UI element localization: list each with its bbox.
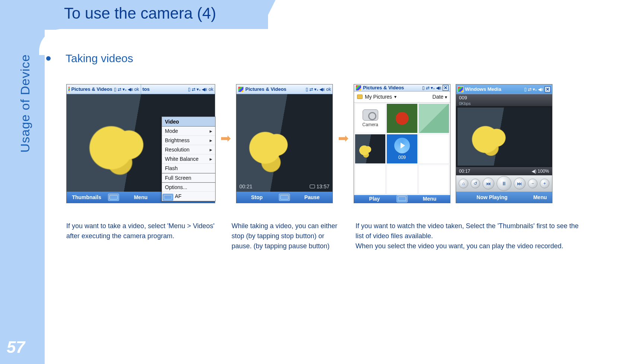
antenna-icon: ▾ₓ (533, 87, 537, 92)
menu-item-options[interactable]: Options... (162, 182, 215, 192)
menu-item-mode[interactable]: Mode▸ (162, 127, 215, 136)
thumb-empty (418, 134, 449, 164)
speaker-icon: ◀ᴇ (128, 87, 133, 92)
chevron-down-icon: ▾ (445, 95, 447, 100)
speaker-icon: ◀ᴇ (436, 85, 442, 90)
thumb-empty (355, 165, 386, 194)
caption-3b: When you select the video you want, you … (356, 242, 563, 250)
ok-button[interactable]: ok (208, 87, 213, 92)
menu-item-flash[interactable]: Flash (162, 164, 215, 173)
device-media-player: Windows Media ▯ ⇄ ▾ₓ ◀ᴇ ✕ 009 0Kbps 00:1… (456, 84, 552, 203)
softkey-menu[interactable]: Menu (528, 194, 552, 200)
softkey-thumbnails[interactable]: Thumbnails (67, 194, 106, 200)
status-bar: Pictures & Videos ▯ ⇄ ▾ₓ ◀ᴇ ok (236, 84, 332, 94)
menu-item-full-screen[interactable]: Full Screen (162, 173, 215, 182)
sip-icon[interactable] (396, 195, 408, 202)
softkey-play[interactable]: Play (354, 196, 395, 202)
app-title: Pictures & Videos (245, 86, 286, 92)
caption-2: While taking a video, you can either sto… (232, 221, 343, 251)
thumb-image[interactable] (355, 134, 386, 164)
conn-icon: ⇄ (309, 87, 313, 92)
arrow-right-icon: ➡ (338, 131, 348, 146)
bitrate: 0Kbps (459, 101, 549, 106)
speaker-icon: ◀ᴇ (319, 87, 325, 92)
signal-icon: ▯ (306, 87, 308, 92)
vol-down-button[interactable]: − (528, 179, 538, 188)
media-play-icon (394, 138, 410, 153)
dual-status-bar: Pictures & Videos ▯ ⇄ ▾ₓ ◀ᴇ ok tos ▯ ⇄ ▾… (67, 84, 215, 94)
device-recording: Pictures & Videos ▯ ⇄ ▾ₓ ◀ᴇ ok 00:21 13:… (236, 84, 333, 203)
thumb-label: Camera (362, 122, 378, 127)
soft-key-bar: Play Menu (354, 195, 450, 203)
sort-label: Date (433, 94, 444, 100)
video-area (456, 106, 552, 167)
softkey-menu[interactable]: Menu (409, 196, 450, 202)
caption-3: If you want to watch the video taken, Se… (356, 221, 586, 251)
title-cap (261, 0, 275, 30)
chevron-right-icon: ▸ (210, 147, 212, 153)
live-photo (236, 94, 332, 192)
close-button[interactable]: ✕ (443, 85, 449, 91)
title-curve (39, 29, 277, 55)
thumb-empty (418, 165, 449, 194)
viewfinder: 00:21 13:57 (236, 94, 332, 192)
home-button[interactable]: ⌂ (459, 179, 468, 188)
status-bar: Pictures & Videos ▯ ⇄ ▾ₓ ◀ᴇ ✕ (354, 84, 450, 92)
signal-icon: ▯ (114, 87, 117, 92)
next-button[interactable]: ⏭ (514, 178, 526, 189)
tray-icons: ▯ ⇄ ▾ₓ ◀ᴇ ok (114, 87, 139, 92)
menu-section-video[interactable]: Video (162, 117, 215, 127)
softkey-stop[interactable]: Stop (236, 194, 277, 200)
prev-button[interactable]: ⏮ (482, 178, 494, 189)
leaves-thumb (419, 104, 449, 133)
status-prefix: tos (143, 86, 150, 92)
tray-icons: ▯ ⇄ ▾ₓ ◀ᴇ ✕ (524, 86, 551, 92)
side-section-label: Usage of Device (18, 54, 32, 153)
menu-item-resolution[interactable]: Resolution▸ (162, 145, 215, 154)
folder-picker[interactable]: My Pictures ▾ (357, 94, 396, 100)
page-number: 57 (7, 338, 25, 357)
ok-button[interactable]: ok (134, 87, 139, 92)
ok-button[interactable]: ok (326, 87, 331, 92)
screenshots-row: Pictures & Videos ▯ ⇄ ▾ₓ ◀ᴇ ok tos ▯ ⇄ ▾… (66, 84, 624, 203)
sip-icon[interactable] (108, 194, 119, 201)
start-icon (458, 86, 463, 92)
thumb-label: 009 (398, 155, 406, 160)
menu-item-brightness[interactable]: Brightness▸ (162, 136, 215, 145)
thumb-video-selected[interactable]: 009 (386, 134, 417, 164)
status-bar: Pictures & Videos ▯ ⇄ ▾ₓ ◀ᴇ ok (67, 84, 141, 94)
volume-indicator: ◀) 100% (532, 169, 549, 174)
status-bar-2: tos ▯ ⇄ ▾ₓ ◀ᴇ ok (141, 84, 215, 94)
thumb-image[interactable] (386, 103, 417, 133)
soft-key-bar: Stop Pause (236, 192, 332, 203)
close-button[interactable]: ✕ (545, 86, 551, 92)
flower-thumb (387, 104, 417, 133)
soft-key-bar: Now Playing Menu (456, 192, 552, 203)
antenna-icon: ▾ₓ (122, 87, 127, 92)
device-camera-menu: Pictures & Videos ▯ ⇄ ▾ₓ ◀ᴇ ok tos ▯ ⇄ ▾… (66, 84, 215, 203)
antenna-icon: ▾ₓ (197, 87, 201, 92)
track-name: 009 (459, 95, 549, 100)
record-icon (310, 185, 315, 188)
thumbnail-area: My Pictures ▾ Date ▾ Camera (354, 92, 450, 195)
vol-up-button[interactable]: + (540, 179, 549, 188)
progress-bar[interactable]: 00:17 ◀) 100% (456, 167, 552, 175)
camera-icon (363, 109, 378, 121)
play-pause-button[interactable]: ⏸ (497, 176, 512, 191)
menu-item-white-balance[interactable]: White Balance▸ (162, 154, 215, 164)
sip-icon[interactable] (162, 194, 173, 201)
page-title: To use the camera (4) (64, 4, 216, 22)
softkey-menu[interactable]: Menu (121, 194, 160, 200)
chevron-down-icon: ▾ (394, 94, 396, 99)
sip-icon[interactable] (279, 194, 290, 201)
softkey-now-playing[interactable]: Now Playing (456, 194, 528, 200)
sort-picker[interactable]: Date ▾ (433, 94, 447, 100)
shuffle-button[interactable]: ↺ (471, 179, 480, 188)
tray-icons: ▯ ⇄ ▾ₓ ◀ᴇ ok (306, 87, 331, 92)
app-title: Windows Media (465, 86, 501, 92)
tray-icons-2: ▯ ⇄ ▾ₓ ◀ᴇ ok (188, 87, 213, 92)
antenna-icon: ▾ₓ (314, 87, 318, 92)
thumb-image[interactable] (418, 103, 449, 133)
thumb-camera[interactable]: Camera (355, 103, 386, 133)
softkey-pause[interactable]: Pause (291, 194, 332, 200)
